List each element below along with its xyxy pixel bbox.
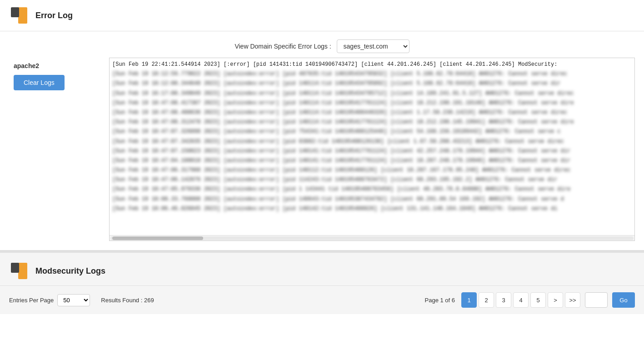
- log-line: [Sun Feb 19 10:47:07.326098 2023] [autoi…: [110, 127, 634, 137]
- entries-per-page-area: Entries Per Page 10 25 50 100 Results Fo…: [9, 294, 154, 306]
- log-scrollbar[interactable]: [110, 235, 634, 241]
- main-content: apache2 Clear Logs [Sun Feb 19 22:41:21.…: [0, 58, 644, 250]
- page-title: Error Log: [35, 11, 73, 20]
- pagination-section: Entries Per Page 10 25 50 100 Results Fo…: [0, 285, 644, 314]
- log-line: [Sun Feb 19 18:12:00.344648 2023] [autoi…: [110, 79, 634, 88]
- log-container: [Sun Feb 19 22:41:21.544914 2023] [:erro…: [109, 58, 635, 241]
- log-line: [Sun Feb 19 18:08.33.768008 2023] [autoi…: [110, 195, 634, 204]
- page-goto-input[interactable]: [585, 292, 608, 308]
- page-wrapper: Error Log View Domain Specific Error Log…: [0, 0, 644, 349]
- log-line: [Sun Feb 19 10:47:04.100010 2023] [autoi…: [110, 156, 634, 166]
- log-line: [Sun Feb 19 18:12:59.779022 2023] [autoi…: [110, 69, 634, 79]
- modsecurity-logo-icon: [9, 261, 29, 281]
- page-5-button[interactable]: 5: [530, 292, 546, 308]
- log-line: [Sun Feb 19 10:47:06.142076 2023] [autoi…: [110, 175, 634, 185]
- log-line: [Sun Feb 19 10:47:08.312478 2023] [autoi…: [110, 118, 634, 127]
- svg-rect-1: [11, 7, 19, 17]
- domain-selector-bar: View Domain Specific Error Logs : sages_…: [0, 31, 644, 58]
- modsecurity-title: Modsecurity Logs: [35, 266, 105, 276]
- domain-select[interactable]: sages_test.com example.com test.com: [337, 39, 409, 53]
- log-line: [Sun Feb 19 10:47:06.317988 2023] [autoi…: [110, 166, 634, 175]
- scroll-track: [110, 236, 634, 240]
- scroll-thumb[interactable]: [112, 236, 203, 240]
- page-last-button[interactable]: >>: [565, 292, 580, 308]
- log-line: [Sun Feb 19 10:47:08.417387 2023] [autoi…: [110, 98, 634, 108]
- entries-per-page-label: Entries Per Page: [9, 297, 54, 304]
- page-info: Page 1 of 6: [425, 297, 455, 304]
- log-line: [Sun Feb 19 10:47:08.400636 2023] [autoi…: [110, 108, 634, 118]
- log-line: [Sun Feb 19 18:06.46.026045 2023] [autoi…: [110, 204, 634, 214]
- page-1-button[interactable]: 1: [461, 292, 477, 308]
- log-line: [Sun Feb 19 16:17:00.349049 2023] [autoi…: [110, 89, 634, 98]
- sidebar: apache2 Clear Logs: [9, 58, 109, 241]
- apache-service-label: apache2: [14, 62, 39, 69]
- page-3-button[interactable]: 3: [496, 292, 511, 308]
- svg-rect-0: [18, 7, 27, 24]
- entries-per-page-select[interactable]: 10 25 50 100: [57, 294, 90, 306]
- go-button[interactable]: Go: [612, 292, 635, 308]
- page-next-button[interactable]: >: [548, 292, 563, 308]
- app-logo-icon: [9, 5, 29, 25]
- svg-rect-2: [18, 263, 27, 279]
- clear-logs-button[interactable]: Clear Logs: [14, 75, 65, 90]
- log-line: [Sun Feb 19 10:47:05.979336 2023] [autoi…: [110, 185, 634, 194]
- pagination-controls: Page 1 of 6 1 2 3 4 5 > >> Go: [425, 292, 635, 308]
- page-4-button[interactable]: 4: [513, 292, 529, 308]
- log-content[interactable]: [Sun Feb 19 22:41:21.544914 2023] [:erro…: [110, 58, 634, 235]
- domain-label: View Domain Specific Error Logs :: [235, 43, 331, 50]
- log-line: [Sun Feb 19 10:47:07.150023 2023] [autoi…: [110, 147, 634, 156]
- results-found-label: Results Found : 269: [101, 297, 154, 304]
- log-line: [Sun Feb 19 10:47:07.342035 2023] [autoi…: [110, 137, 634, 147]
- page-2-button[interactable]: 2: [479, 292, 494, 308]
- svg-rect-3: [11, 263, 19, 273]
- log-line: [Sun Feb 19 22:41:21.544914 2023] [:erro…: [110, 60, 634, 69]
- header-section: Error Log: [0, 0, 644, 31]
- modsecurity-section: Modsecurity Logs: [0, 251, 644, 285]
